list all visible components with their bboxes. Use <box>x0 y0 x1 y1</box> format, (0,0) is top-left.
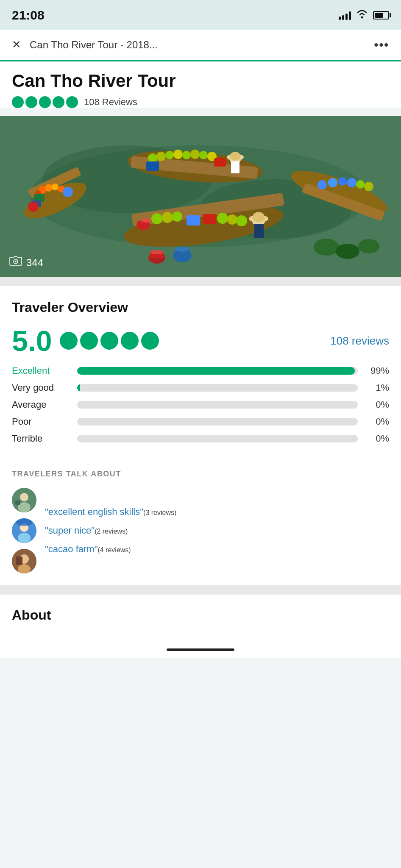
bar-row-poor: Poor 0% <box>12 416 389 427</box>
divider-1 <box>0 277 401 286</box>
svg-rect-71 <box>15 501 20 505</box>
reviews-link[interactable]: 108 reviews <box>330 334 389 348</box>
svg-point-57 <box>314 239 339 256</box>
svg-point-19 <box>156 152 166 161</box>
overview-section: Traveler Overview 5.0 108 reviews Excell… <box>0 286 401 470</box>
svg-point-65 <box>150 250 164 254</box>
bar-fill-excellent <box>77 367 355 375</box>
bar-row-verygood: Very good 1% <box>12 382 389 393</box>
rating-lg-bubble-3 <box>100 332 118 350</box>
status-icons <box>339 9 389 21</box>
bar-label-poor: Poor <box>12 416 71 427</box>
photo-count[interactable]: 344 <box>9 256 43 269</box>
travelers-talk-label: TRAVELERS TALK ABOUT <box>12 470 389 479</box>
rating-bubble-3 <box>39 96 51 108</box>
bar-track-poor <box>77 418 358 426</box>
more-button[interactable]: ••• <box>374 38 389 52</box>
rating-lg-bubble-5 <box>141 332 159 350</box>
svg-point-58 <box>336 244 359 259</box>
svg-point-14 <box>63 187 73 197</box>
talk-link-2[interactable]: "super nice" <box>45 525 95 536</box>
svg-point-31 <box>230 152 240 160</box>
listing-title: Can Tho River Tour <box>12 71 389 91</box>
rating-lg-bubble-4 <box>121 332 139 350</box>
bar-row-average: Average 0% <box>12 399 389 410</box>
talk-count-3: (4 reviews) <box>97 546 131 554</box>
bar-fill-verygood <box>77 384 80 392</box>
travelers-talk-section: TRAVELERS TALK ABOUT <box>0 470 401 585</box>
svg-point-15 <box>28 202 38 212</box>
svg-point-39 <box>217 213 228 224</box>
rating-row: 108 Reviews <box>12 96 389 108</box>
rating-bubble-1 <box>12 96 24 108</box>
svg-point-22 <box>182 151 191 159</box>
svg-point-35 <box>162 212 173 223</box>
rating-bubble-5 <box>66 96 78 108</box>
about-section: About <box>0 595 401 642</box>
svg-point-62 <box>175 247 190 252</box>
talk-item-2[interactable]: "super nice"(2 reviews) <box>45 525 176 536</box>
bar-pct-excellent: 99% <box>364 365 389 376</box>
photo-count-number: 344 <box>26 257 43 269</box>
overview-title: Traveler Overview <box>12 300 389 315</box>
wifi-icon <box>356 9 368 21</box>
photo-area[interactable]: 344 <box>0 116 401 277</box>
svg-rect-26 <box>146 161 159 171</box>
bar-pct-verygood: 1% <box>364 382 389 393</box>
svg-point-67 <box>15 261 17 262</box>
svg-point-51 <box>317 180 327 189</box>
svg-rect-38 <box>203 214 216 224</box>
signal-icon <box>339 11 351 20</box>
close-button[interactable]: ✕ <box>12 38 21 51</box>
bubble-rating-large <box>60 332 159 350</box>
review-count-header: 108 Reviews <box>84 97 137 108</box>
talk-items: "excellent english skills"(3 reviews) "s… <box>12 488 389 573</box>
svg-rect-79 <box>16 556 22 565</box>
svg-point-24 <box>199 151 208 159</box>
rating-bubble-4 <box>53 96 64 108</box>
svg-point-34 <box>151 213 162 224</box>
bubble-rating <box>12 96 78 108</box>
talk-link-1[interactable]: "excellent english skills" <box>45 506 143 517</box>
talk-item-3[interactable]: "cacao farm"(4 reviews) <box>45 544 176 555</box>
big-score: 5.0 <box>12 326 52 355</box>
svg-point-53 <box>338 177 347 186</box>
svg-point-45 <box>253 212 265 222</box>
avatar-3 <box>12 549 36 573</box>
svg-rect-27 <box>214 158 226 167</box>
bar-pct-poor: 0% <box>364 416 389 427</box>
bar-track-terrible <box>77 435 358 442</box>
rating-bubble-2 <box>25 96 37 108</box>
rating-lg-bubble-1 <box>60 332 78 350</box>
rating-lg-bubble-2 <box>80 332 98 350</box>
svg-rect-43 <box>254 224 264 238</box>
talk-count-1: (3 reviews) <box>143 509 176 516</box>
bar-pct-average: 0% <box>364 399 389 410</box>
talk-count-2: (2 reviews) <box>95 528 128 535</box>
svg-rect-29 <box>231 161 239 173</box>
score-left: 5.0 <box>12 326 159 355</box>
nav-bar: ✕ Can Tho River Tour - 2018... ••• <box>0 30 401 61</box>
talk-avatars <box>12 488 36 573</box>
bar-track-excellent <box>77 367 358 375</box>
bar-label-verygood: Very good <box>12 382 71 393</box>
svg-point-69 <box>20 493 28 501</box>
nav-title: Can Tho River Tour - 2018... <box>30 39 374 51</box>
avatar-2 <box>12 518 36 543</box>
talk-item-1[interactable]: "excellent english skills"(3 reviews) <box>45 506 176 517</box>
svg-point-59 <box>358 239 379 253</box>
svg-point-8 <box>45 184 53 192</box>
about-title: About <box>12 607 389 623</box>
camera-icon <box>9 256 22 269</box>
svg-point-52 <box>328 178 337 187</box>
bar-track-verygood <box>77 384 358 392</box>
svg-point-48 <box>141 219 151 223</box>
bar-label-excellent: Excellent <box>12 365 71 376</box>
svg-point-55 <box>356 180 365 189</box>
svg-point-0 <box>361 17 363 19</box>
home-indicator <box>0 642 401 658</box>
talk-link-3[interactable]: "cacao farm" <box>45 544 97 554</box>
battery-icon <box>373 11 389 19</box>
status-bar: 21:08 <box>0 0 401 30</box>
bar-label-terrible: Terrible <box>12 433 71 444</box>
